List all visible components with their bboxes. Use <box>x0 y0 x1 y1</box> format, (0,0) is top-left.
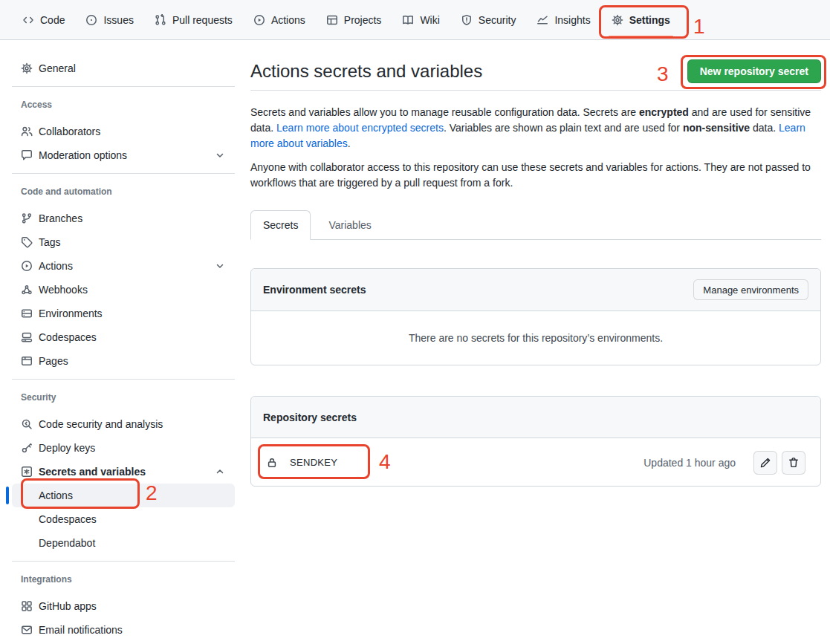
new-repository-secret-button[interactable]: New repository secret <box>687 59 821 83</box>
sidebar-item-label: GitHub apps <box>39 600 97 612</box>
secret-name: SENDKEY <box>290 457 337 468</box>
sidebar-item-label: Pages <box>39 355 68 367</box>
environment-secrets-header: Environment secrets Manage environments <box>251 269 820 311</box>
text-bold: encrypted <box>639 106 689 118</box>
sidebar-section-access: Access <box>12 99 235 111</box>
git-branch-icon <box>21 212 33 224</box>
sidebar-item-email-notifications[interactable]: Email notifications <box>12 618 235 642</box>
sidebar-item-label: Deploy keys <box>39 442 95 454</box>
mail-icon <box>21 624 33 636</box>
sidebar-item-general[interactable]: General <box>12 56 235 80</box>
people-icon <box>21 126 33 137</box>
sidebar-section-integrations: Integrations <box>12 573 235 585</box>
tab-pull-requests[interactable]: Pull requests <box>144 0 243 39</box>
issue-opened-icon <box>85 14 97 26</box>
sidebar-item-tags[interactable]: Tags <box>12 230 235 254</box>
sidebar-subitem-label: Dependabot <box>39 537 95 549</box>
tab-label: Issues <box>103 14 133 26</box>
sidebar-item-branches[interactable]: Branches <box>12 206 235 230</box>
codespaces-icon <box>21 331 33 343</box>
sidebar-item-environments[interactable]: Environments <box>12 302 235 325</box>
sidebar-subitem-label: Codespaces <box>39 513 97 525</box>
sidebar-item-label: General <box>39 62 76 74</box>
sidebar-item-label: Code security and analysis <box>39 418 163 430</box>
sidebar-item-code-security[interactable]: Code security and analysis <box>12 412 235 436</box>
text: Secrets and variables allow you to manag… <box>250 106 639 118</box>
page-title: Actions secrets and variables <box>250 59 482 83</box>
main-content: Actions secrets and variables New reposi… <box>250 0 821 644</box>
repository-secrets-header: Repository secrets <box>251 397 820 438</box>
environment-secrets-empty-message: There are no secrets for this repository… <box>251 311 820 365</box>
github-settings-page: Code Issues Pull requests Actions Projec… <box>0 0 830 644</box>
description: Secrets and variables allow you to manag… <box>250 105 821 191</box>
chevron-down-icon <box>214 260 226 272</box>
secret-updated: Updated 1 hour ago <box>643 457 736 469</box>
tab-secrets[interactable]: Secrets <box>250 210 311 240</box>
sidebar-item-moderation-options[interactable]: Moderation options <box>12 143 235 167</box>
sidebar-item-actions[interactable]: Actions <box>12 254 235 278</box>
sidebar-item-deploy-keys[interactable]: Deploy keys <box>12 436 235 460</box>
server-icon <box>21 308 33 319</box>
sidebar-subitem-codespaces[interactable]: Codespaces <box>12 507 235 531</box>
description-paragraph-1: Secrets and variables allow you to manag… <box>250 105 821 152</box>
sidebar-section-code-and-automation: Code and automation <box>12 186 235 198</box>
trash-icon <box>788 457 800 469</box>
description-paragraph-2: Anyone with collaborator access to this … <box>250 160 821 191</box>
sidebar-item-codespaces[interactable]: Codespaces <box>12 325 235 349</box>
text: data. <box>750 122 779 134</box>
gear-icon <box>21 62 33 74</box>
sidebar-item-label: Moderation options <box>39 149 127 161</box>
sidebar-item-webhooks[interactable]: Webhooks <box>12 278 235 302</box>
comment-discussion-icon <box>21 149 33 161</box>
lock-icon <box>266 457 278 469</box>
play-icon <box>21 260 33 272</box>
text: . Variables are shown as plain text and … <box>444 122 683 134</box>
tab-label: Code <box>40 14 65 26</box>
codescan-icon <box>21 418 33 430</box>
sidebar-subitem-actions[interactable]: Actions <box>12 484 235 507</box>
sidebar-item-github-apps[interactable]: GitHub apps <box>12 594 235 618</box>
divider <box>12 379 235 380</box>
sidebar-item-collaborators[interactable]: Collaborators <box>12 120 235 143</box>
sidebar-item-label: Codespaces <box>39 331 97 343</box>
browser-icon <box>21 355 33 367</box>
apps-icon <box>21 600 33 612</box>
edit-secret-button[interactable] <box>753 451 777 475</box>
pencil-icon <box>759 457 771 469</box>
sidebar-section-security: Security <box>12 391 235 403</box>
divider <box>250 90 821 91</box>
sidebar-item-label: Email notifications <box>39 624 123 636</box>
sidebar-item-label: Tags <box>39 236 61 248</box>
repository-secrets-title: Repository secrets <box>263 412 357 423</box>
page-header: Actions secrets and variables New reposi… <box>250 59 821 83</box>
sidebar-item-label: Branches <box>39 212 82 224</box>
sidebar-item-secrets-and-variables[interactable]: Secrets and variables <box>12 460 235 484</box>
git-pull-request-icon <box>155 14 166 26</box>
text: . <box>348 137 351 149</box>
key-asterisk-icon <box>21 466 33 478</box>
environment-secrets-card: Environment secrets Manage environments … <box>250 268 821 365</box>
secret-row-actions: Updated 1 hour ago <box>643 451 805 475</box>
sidebar-item-label: Webhooks <box>39 284 88 296</box>
sidebar-item-label: Secrets and variables <box>39 466 146 478</box>
tab-variables[interactable]: Variables <box>317 210 383 240</box>
divider <box>12 173 235 174</box>
manage-environments-button[interactable]: Manage environments <box>693 279 808 300</box>
webhook-icon <box>21 284 33 296</box>
settings-sidebar: General Access Collaborators Moderation … <box>0 40 239 642</box>
environment-secrets-title: Environment secrets <box>263 284 366 296</box>
link-encrypted-secrets[interactable]: Learn more about encrypted secrets <box>276 122 444 134</box>
sidebar-item-pages[interactable]: Pages <box>12 349 235 373</box>
sidebar-item-label: Actions <box>39 260 73 272</box>
delete-secret-button[interactable] <box>782 451 805 475</box>
sidebar-subitem-dependabot[interactable]: Dependabot <box>12 531 235 555</box>
tab-issues[interactable]: Issues <box>75 0 143 39</box>
divider <box>12 86 235 87</box>
text-bold: non-sensitive <box>683 122 750 134</box>
repository-secrets-card: Repository secrets SENDKEY Updated 1 hou… <box>250 396 821 487</box>
tab-code[interactable]: Code <box>12 0 75 39</box>
code-icon <box>22 14 34 26</box>
sidebar-item-label: Collaborators <box>39 126 100 137</box>
tag-icon <box>21 236 33 248</box>
divider <box>12 561 235 562</box>
